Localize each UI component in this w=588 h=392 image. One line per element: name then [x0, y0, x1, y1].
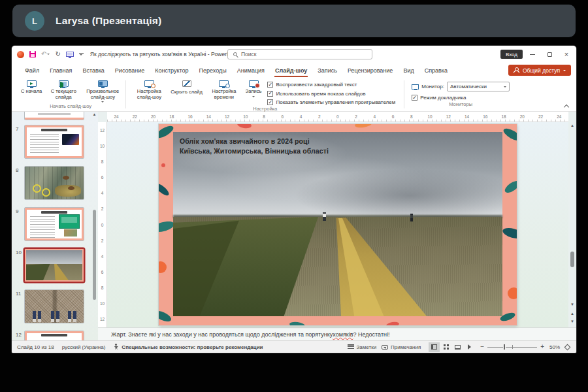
slide-thumbnail-9[interactable]	[24, 207, 84, 241]
fit-slide-to-window-icon[interactable]	[564, 344, 571, 350]
tab-Вид[interactable]: Вид	[398, 63, 419, 78]
normal-view-button[interactable]	[429, 342, 440, 352]
slide-thumbnail-10[interactable]	[24, 248, 84, 282]
ribbon-checkbox-row[interactable]: Воспроизвести закадровый текст	[267, 82, 395, 88]
slide-thumbnail-12[interactable]	[24, 331, 84, 340]
notes-pane[interactable]: Жарт. Знаєте які у нас заходи у нас пров…	[98, 327, 576, 340]
ruler-number: 10	[98, 138, 106, 154]
ruler-number: 20	[144, 114, 162, 119]
slide-thumbnail-8[interactable]	[24, 166, 84, 200]
tab-Анимация[interactable]: Анимация	[232, 63, 270, 78]
notes-toggle[interactable]: Заметки	[348, 344, 377, 350]
ruler-number: 12	[98, 122, 106, 138]
setup-slideshow-button[interactable]: Настройка слайд-шоу	[129, 78, 169, 100]
save-icon[interactable]	[29, 51, 36, 57]
checkbox-checked-icon[interactable]	[267, 82, 273, 88]
from-beginning-button[interactable]: С начала	[19, 78, 44, 95]
tab-Главная[interactable]: Главная	[44, 63, 77, 78]
tab-Файл[interactable]: Файл	[20, 63, 44, 78]
current-slide[interactable]: Облік хом'яка звичайного в 2024 році Киї…	[159, 124, 517, 325]
monitor-select[interactable]: Автоматически	[447, 82, 510, 91]
tab-Переходы[interactable]: Переходы	[194, 63, 232, 78]
setup-checkboxes: Воспроизвести закадровый текстИспользова…	[263, 78, 400, 105]
close-button[interactable]: ×	[558, 46, 575, 63]
custom-slideshow-button[interactable]: Произвольное слайд-шоу	[83, 78, 122, 103]
tab-Конструктор[interactable]: Конструктор	[150, 63, 193, 78]
normal-view-icon	[431, 344, 437, 350]
comments-toggle[interactable]: Примечания	[382, 344, 421, 350]
presenter-view-checkbox[interactable]	[412, 95, 417, 101]
scrollbar-thumb[interactable]	[570, 252, 574, 267]
reading-view-button[interactable]	[452, 342, 463, 352]
scroll-up-icon[interactable]: ▲	[91, 112, 97, 116]
ruler-number: 8	[402, 114, 421, 119]
scrollbar-thumb[interactable]	[93, 210, 96, 300]
ribbon: С начала С текущего слайда Произвольное …	[12, 78, 576, 112]
language-indicator[interactable]: русский (Украина)	[62, 344, 106, 350]
slide-thumbnail-7[interactable]	[24, 125, 84, 159]
redo-icon[interactable]: ↻	[55, 51, 60, 57]
minimize-button[interactable]	[524, 46, 541, 63]
from-current-slide-icon	[59, 80, 69, 87]
ruler-number: 2	[347, 114, 365, 119]
ruler-number: 20	[513, 114, 531, 119]
scroll-up-icon[interactable]: ▲	[568, 123, 576, 127]
ribbon-checkbox-row[interactable]: Показать элементы управления проигрывате…	[267, 99, 395, 105]
checkbox-checked-icon[interactable]	[267, 99, 273, 105]
slide-sorter-view-button[interactable]	[440, 342, 451, 352]
record-button[interactable]: Запись	[244, 78, 264, 97]
slide-scrollbar[interactable]: ▲ ▼ ▲ ▼	[568, 122, 576, 327]
tab-Запись[interactable]: Запись	[312, 63, 342, 78]
group-monitors: Монитор: Автоматически Режим докладчика …	[404, 78, 517, 111]
slide-thumbnail[interactable]	[24, 112, 84, 120]
hide-slide-icon	[182, 80, 191, 87]
slide-title-textbox[interactable]: Облік хом'яка звичайного в 2024 році Киї…	[180, 137, 329, 155]
maximize-button[interactable]	[541, 46, 558, 63]
tab-Слайд-шоу[interactable]: Слайд-шоу	[270, 63, 312, 78]
tab-Справка[interactable]: Справка	[419, 63, 453, 78]
zoom-out-button[interactable]: −	[480, 344, 484, 350]
previous-slide-icon[interactable]: ▲	[568, 312, 576, 316]
hide-slide-button[interactable]: Скрыть слайд	[169, 78, 204, 95]
slide-thumbnail-11[interactable]	[24, 289, 84, 323]
ruler-number: 16	[181, 114, 199, 119]
zoom-slider[interactable]	[487, 347, 537, 348]
zoom-in-button[interactable]: +	[540, 344, 544, 350]
zoom-slider-thumb[interactable]	[503, 344, 506, 350]
tab-Вставка[interactable]: Вставка	[77, 63, 109, 78]
minimize-icon	[530, 54, 535, 55]
tab-Рецензирование[interactable]: Рецензирование	[342, 63, 399, 78]
from-current-slide-button[interactable]: С текущего слайда	[44, 78, 83, 100]
checkbox-label: Показать элементы управления проигрывате…	[276, 99, 395, 105]
ruler-number: 16	[476, 114, 495, 119]
rehearse-timings-button[interactable]: Настройка времени	[204, 78, 244, 100]
thumbnail-scrollbar[interactable]: ▲	[91, 112, 97, 340]
search-input[interactable]: Поиск	[227, 49, 372, 59]
slide-thumbnail-panel: 789101112 ▲	[12, 112, 98, 340]
status-bar: Слайд 10 из 18 русский (Украина) Специал…	[12, 340, 576, 353]
slideshow-view-button[interactable]	[464, 342, 475, 352]
scroll-down-icon[interactable]: ▼	[568, 302, 576, 306]
from-beginning-icon	[27, 80, 37, 87]
signin-button[interactable]: Вход	[500, 50, 523, 59]
thumbnail-number: 11	[12, 289, 24, 323]
next-slide-icon[interactable]: ▼	[568, 319, 576, 323]
presenter-banner: L Larysa (Презентація)	[12, 5, 576, 37]
customize-toolbar-icon[interactable]	[79, 53, 84, 56]
slide-photo[interactable]: Облік хом'яка звичайного в 2024 році Киї…	[173, 132, 502, 316]
checkbox-checked-icon[interactable]	[267, 91, 273, 97]
start-presentation-icon[interactable]	[66, 52, 74, 57]
comments-icon	[382, 345, 388, 350]
search-placeholder: Поиск	[241, 51, 257, 57]
undo-button[interactable]: ↶	[41, 51, 50, 57]
share-button[interactable]: Общий доступ	[508, 65, 571, 76]
ribbon-checkbox-row[interactable]: Использовать время показа слайдов	[267, 91, 395, 97]
maximize-icon	[547, 52, 552, 57]
avatar: L	[25, 11, 44, 31]
zoom-percent[interactable]: 50%	[549, 344, 560, 350]
collapse-ribbon-icon[interactable]	[564, 104, 568, 108]
ruler-number: 24	[107, 114, 125, 119]
slide-indicator[interactable]: Слайд 10 из 18	[17, 344, 54, 350]
accessibility-checker[interactable]: Специальные возможности: проверьте реком…	[113, 344, 263, 350]
tab-Рисование[interactable]: Рисование	[110, 63, 150, 78]
